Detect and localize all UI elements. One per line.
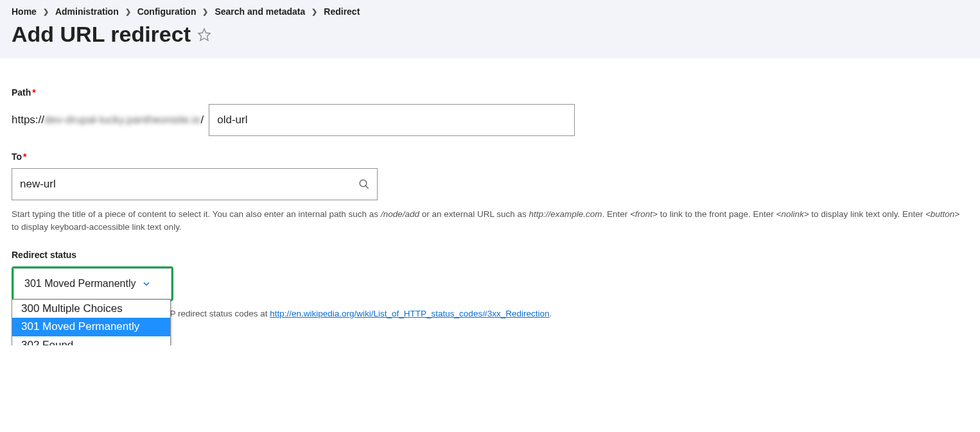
redirect-status-value: 301 Moved Permanently <box>24 278 136 289</box>
breadcrumb-item[interactable]: Administration <box>55 6 119 17</box>
to-input[interactable] <box>12 168 378 200</box>
required-marker: * <box>23 151 26 162</box>
svg-marker-0 <box>198 28 210 40</box>
dropdown-option[interactable]: 301 Moved Permanently <box>12 318 170 336</box>
to-label: To* <box>12 151 27 162</box>
header-region: Home ❯ Administration ❯ Configuration ❯ … <box>0 0 980 58</box>
dropdown-option[interactable]: 300 Multiple Choices <box>12 300 170 318</box>
required-marker: * <box>32 87 35 98</box>
form-region: Path* https://dev-drupal-lucky.pantheons… <box>0 58 980 345</box>
breadcrumb-item[interactable]: Redirect <box>324 6 360 17</box>
breadcrumb-item[interactable]: Home <box>12 6 37 17</box>
redirect-status-group: Redirect status 301 Moved Permanently 30… <box>12 250 968 318</box>
status-codes-link[interactable]: http://en.wikipedia.org/wiki/List_of_HTT… <box>270 309 549 318</box>
svg-point-1 <box>360 180 367 187</box>
redirect-status-dropdown: 300 Multiple Choices 301 Moved Permanent… <box>12 299 171 345</box>
chevron-right-icon: ❯ <box>311 8 317 16</box>
svg-line-2 <box>365 186 369 189</box>
redirect-status-label: Redirect status <box>12 250 76 260</box>
to-help-text: Start typing the title of a piece of con… <box>12 208 968 234</box>
star-icon[interactable] <box>197 28 211 42</box>
chevron-right-icon: ❯ <box>202 8 208 16</box>
breadcrumb-item[interactable]: Search and metadata <box>214 6 305 17</box>
path-field-group: Path* https://dev-drupal-lucky.pantheons… <box>12 87 968 136</box>
chevron-right-icon: ❯ <box>125 8 131 16</box>
path-label: Path* <box>12 87 36 98</box>
search-icon <box>358 178 370 190</box>
page-title-row: Add URL redirect <box>12 22 968 47</box>
to-field-group: To* Start typing the title of a piece of… <box>12 151 968 234</box>
breadcrumb-item[interactable]: Configuration <box>137 6 197 17</box>
redirect-status-select[interactable]: 301 Moved Permanently 300 Multiple Choic… <box>12 266 173 301</box>
path-input[interactable] <box>209 104 575 136</box>
dropdown-option[interactable]: 302 Found <box>12 336 170 345</box>
page-title: Add URL redirect <box>12 22 191 47</box>
path-url-prefix: https://dev-drupal-lucky.pantheonsite.io… <box>12 114 204 126</box>
breadcrumb: Home ❯ Administration ❯ Configuration ❯ … <box>12 6 968 17</box>
chevron-down-icon <box>142 279 151 288</box>
chevron-right-icon: ❯ <box>43 8 49 16</box>
